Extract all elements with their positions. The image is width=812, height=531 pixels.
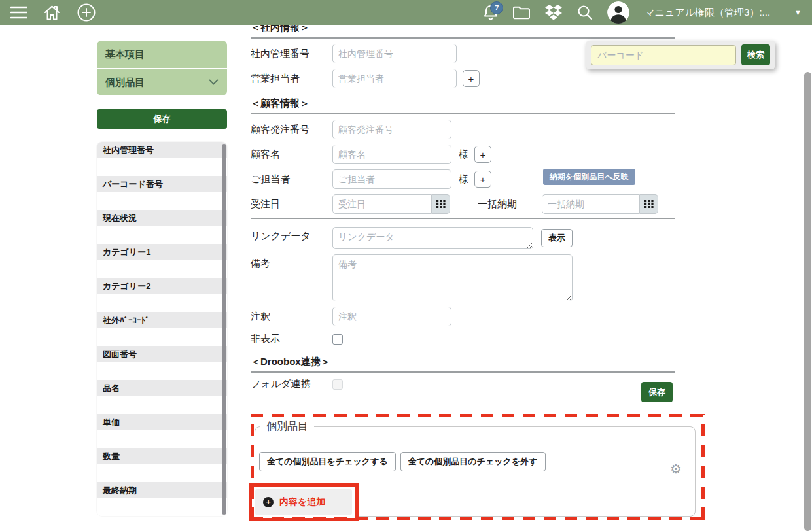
sidebar-scrollbar-thumb[interactable] — [222, 144, 226, 515]
field-label: 非表示 — [251, 333, 332, 345]
sidebar-field-label: 単価 — [97, 414, 227, 430]
sidebar-field-value — [97, 430, 227, 448]
form-row-hidden: 非表示 — [251, 333, 675, 345]
form-row-annotation: 注釈 — [251, 307, 675, 326]
individual-items-section: 個別品目 全ての個別品目をチェックする 全ての個別品目のチェックを外す ⚙ + … — [255, 420, 696, 517]
hidden-checkbox[interactable] — [332, 334, 343, 345]
form-row-customer-name: 顧客名 様 + — [251, 145, 675, 164]
sidebar: 基本項目 個別品目 保存 社内管理番号 バーコード番号 現在状況 カテゴリー1 … — [97, 41, 227, 516]
page-scrollbar-thumb[interactable] — [804, 72, 811, 531]
sidebar-field-value — [97, 498, 227, 516]
add-circle-icon[interactable] — [77, 3, 96, 22]
notification-badge: 7 — [490, 1, 503, 14]
form-save-button[interactable]: 保存 — [641, 382, 673, 402]
menu-icon[interactable] — [10, 6, 27, 19]
topbar: 7 マニュアル権限（管理3）:... ▼ — [0, 0, 812, 25]
sidebar-field-label: カテゴリー2 — [97, 278, 227, 294]
customer-name-input[interactable] — [332, 145, 451, 164]
field-label: ご担当者 — [251, 173, 332, 186]
batch-delivery-input[interactable] — [542, 194, 640, 214]
field-label: リンクデータ — [251, 227, 332, 243]
sidebar-field-value — [97, 192, 227, 210]
circle-plus-icon: + — [263, 497, 274, 507]
sidebar-field-label: 図面番号 — [97, 346, 227, 362]
reflect-delivery-button[interactable]: 納期を個別品目へ反映 — [543, 169, 635, 185]
annotation-input[interactable] — [332, 307, 451, 326]
section-divider — [251, 37, 675, 39]
honorific-label: 様 — [459, 148, 468, 161]
link-data-textarea[interactable] — [332, 227, 533, 249]
tab-individual-items[interactable]: 個別品目 — [97, 68, 227, 95]
form-row-order-date: 受注日 一括納期 — [251, 194, 675, 214]
barcode-input[interactable] — [591, 45, 736, 65]
sidebar-nav: 基本項目 個別品目 — [97, 41, 227, 95]
folder-icon[interactable] — [512, 5, 531, 20]
individual-items-legend: 個別品目 — [260, 420, 314, 434]
barcode-search-button[interactable]: 検索 — [741, 44, 770, 65]
search-icon[interactable] — [576, 4, 593, 21]
sales-rep-input[interactable] — [332, 69, 457, 88]
section-heading-customer: ＜顧客情報＞ — [251, 97, 675, 109]
calendar-icon[interactable] — [640, 194, 658, 214]
home-icon[interactable] — [43, 4, 61, 22]
show-button[interactable]: 表示 — [541, 229, 573, 247]
form-row-remarks: 備考 — [251, 254, 675, 301]
customer-order-number-input[interactable] — [332, 120, 451, 139]
sales-rep-add-button[interactable]: + — [463, 70, 480, 87]
sidebar-field-list: 社内管理番号 バーコード番号 現在状況 カテゴリー1 カテゴリー2 社外ﾊﾞｰｺ… — [97, 142, 227, 516]
sidebar-field-label: 社外ﾊﾞｰｺｰﾄﾞ — [97, 312, 227, 328]
sidebar-field-label: 最終納期 — [97, 482, 227, 498]
tab-basic-items[interactable]: 基本項目 — [97, 41, 227, 68]
section-divider — [251, 371, 675, 373]
field-label: 顧客発注番号 — [251, 124, 332, 136]
sidebar-field-label: 品名 — [97, 380, 227, 396]
caret-down-icon[interactable]: ▼ — [794, 9, 802, 16]
honorific-label: 様 — [459, 173, 468, 186]
tab-basic-items-label: 基本項目 — [105, 48, 145, 61]
chevron-down-icon — [209, 79, 219, 86]
section-divider — [251, 218, 675, 219]
bell-icon[interactable]: 7 — [483, 4, 499, 21]
settings-gear-icon[interactable]: ⚙ — [670, 462, 682, 475]
form-row-link-data: リンクデータ 表示 — [251, 227, 675, 249]
field-label: 受注日 — [251, 198, 332, 211]
sidebar-field-label: 社内管理番号 — [97, 142, 227, 158]
internal-number-input[interactable] — [332, 44, 457, 63]
sidebar-field-label: 現在状況 — [97, 210, 227, 226]
sidebar-field-value — [97, 158, 227, 176]
sidebar-save-button[interactable]: 保存 — [97, 109, 227, 129]
user-menu-label[interactable]: マニュアル権限（管理3）:... — [644, 7, 770, 19]
form-row-contact-person: ご担当者 様 + 納期を個別品目へ反映 — [251, 169, 675, 189]
annotation-highlight-border: + 内容を追加 — [249, 483, 359, 521]
section-heading-droobox: ＜Droobox連携＞ — [251, 356, 675, 368]
sidebar-field-label: カテゴリー1 — [97, 244, 227, 260]
remarks-textarea[interactable] — [332, 254, 573, 301]
customer-name-add-button[interactable]: + — [474, 146, 491, 163]
uncheck-all-items-button[interactable]: 全ての個別品目のチェックを外す — [400, 452, 546, 471]
field-label: 営業担当者 — [251, 73, 332, 85]
sidebar-field-label: バーコード番号 — [97, 176, 227, 192]
batch-delivery-group — [542, 194, 658, 214]
avatar[interactable] — [607, 1, 629, 24]
app-screen: 7 マニュアル権限（管理3）:... ▼ 基本項目 — [0, 0, 812, 531]
field-label: 一括納期 — [478, 198, 517, 211]
sidebar-field-value — [97, 464, 227, 482]
sidebar-field-value — [97, 362, 227, 380]
form-row-sales-rep: 営業担当者 + — [251, 69, 675, 88]
add-content-button[interactable]: + 内容を追加 — [255, 489, 352, 515]
sidebar-field-value — [97, 396, 227, 414]
order-date-input[interactable] — [332, 194, 432, 214]
field-label: 注釈 — [251, 311, 332, 323]
page-scrollbar-track[interactable] — [803, 25, 812, 531]
dropbox-icon[interactable] — [544, 4, 563, 21]
sidebar-field-value — [97, 328, 227, 346]
folder-link-checkbox[interactable] — [332, 379, 343, 390]
field-label: 備考 — [251, 254, 332, 270]
contact-person-input[interactable] — [332, 169, 451, 189]
contact-person-add-button[interactable]: + — [474, 171, 491, 188]
items-button-row: 全ての個別品目をチェックする 全ての個別品目のチェックを外す — [259, 452, 546, 471]
field-label: 顧客名 — [251, 148, 332, 161]
sidebar-field-value — [97, 260, 227, 278]
check-all-items-button[interactable]: 全ての個別品目をチェックする — [259, 452, 396, 471]
calendar-icon[interactable] — [432, 194, 450, 214]
